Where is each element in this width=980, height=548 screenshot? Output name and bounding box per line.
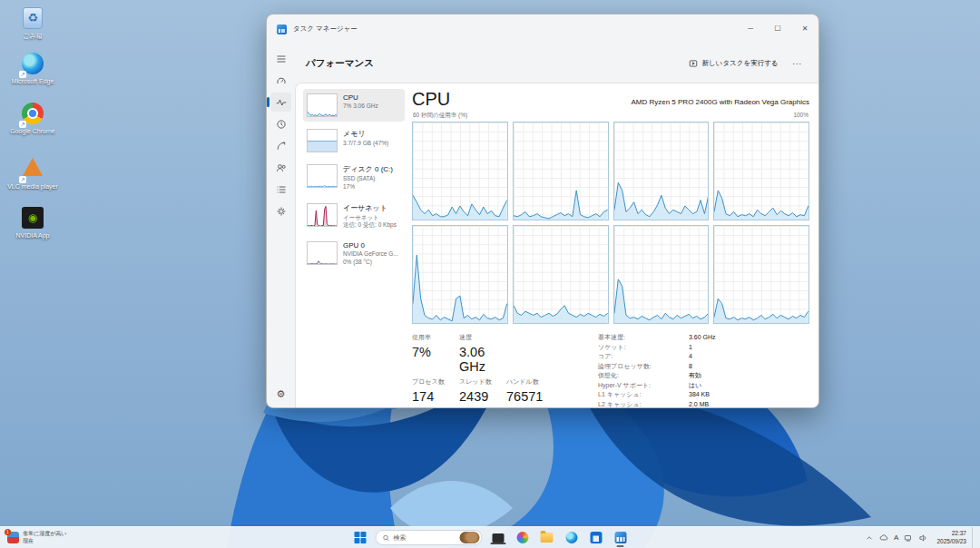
handles-value: 76571 (506, 389, 561, 404)
content-panel: CPU 7% 3.06 GHz メモリ 3.7/7.9 GB (47%) ディス… (295, 83, 818, 407)
nvidia-icon: ◉ (22, 207, 44, 229)
cpu-core-chart-6[interactable] (513, 225, 609, 324)
performance-icon[interactable] (270, 93, 291, 112)
recycle-bin-icon: ♻ (23, 7, 43, 29)
sidebar-item-title: ディスク 0 (C:) (343, 164, 393, 174)
sidebar-item-cpu[interactable]: CPU 7% 3.06 GHz (303, 89, 405, 122)
cpu-core-chart-2[interactable] (513, 122, 609, 220)
start-button[interactable] (351, 529, 369, 547)
speed-value: 3.06 GHz (459, 345, 506, 374)
cpu-core-chart-4[interactable] (713, 122, 809, 220)
ime-indicator[interactable]: A (894, 533, 898, 542)
tray-chevron-up-icon[interactable] (865, 533, 874, 543)
desktop-icon-label: NVIDIA App (6, 232, 59, 240)
cpu-core-grid (412, 122, 809, 324)
run-new-task-label: 新しいタスクを実行する (702, 59, 779, 68)
search-box[interactable]: 検索 (376, 530, 483, 545)
page-title: パフォーマンス (306, 57, 681, 70)
cpu-mini-chart (307, 93, 338, 117)
network-icon[interactable] (904, 533, 913, 543)
spec-label: 基本速度: (598, 333, 689, 343)
desktop-icon-edge[interactable]: ↗ Microsoft Edge (6, 53, 59, 85)
taskbar-copilot[interactable] (514, 529, 532, 547)
desktop-icon-recycle-bin[interactable]: ♻ ごみ箱 (6, 7, 59, 40)
menu-toggle-button[interactable] (270, 49, 291, 68)
threads-value: 2439 (459, 389, 506, 404)
taskbar-store[interactable] (587, 529, 605, 547)
sidebar-item-disk[interactable]: ディスク 0 (C:) SSD (SATA) 17% (303, 160, 405, 196)
details-icon[interactable] (270, 180, 291, 199)
taskbar-file-explorer[interactable] (538, 529, 556, 547)
window-title: タスク マネージャー (293, 24, 737, 34)
maximize-button[interactable]: ☐ (764, 15, 791, 43)
gpu-mini-chart (307, 241, 338, 265)
app-history-icon[interactable] (270, 114, 291, 133)
spec-value: 4 (689, 352, 692, 362)
minimize-button[interactable]: ─ (737, 15, 764, 43)
run-new-task-button[interactable]: 新しいタスクを実行する (681, 54, 786, 73)
cpu-detail-pane: CPU AMD Ryzen 5 PRO 2400G with Radeon Ve… (412, 83, 809, 407)
taskbar-task-manager[interactable] (612, 529, 630, 547)
shortcut-arrow-icon: ↗ (19, 176, 26, 183)
sidebar-item-line: 17% (343, 183, 393, 191)
sidebar-item-line: 3.7/7.9 GB (47%) (343, 140, 388, 148)
desktop-icon-nvidia[interactable]: ◉ NVIDIA App (6, 207, 59, 240)
processes-value: 174 (412, 389, 459, 404)
spec-value: 1 (689, 343, 692, 353)
spec-label: 仮想化: (598, 371, 689, 381)
cpu-core-chart-8[interactable] (713, 225, 809, 324)
cpu-core-chart-1[interactable] (412, 122, 508, 220)
sidebar-item-line: 7% 3.06 GHz (343, 103, 378, 111)
task-manager-app-icon (277, 24, 287, 34)
desktop: ♻ ごみ箱 ↗ Microsoft Edge ↗ Google Chrome ↗… (0, 0, 980, 548)
sidebar-item-line: 0% (38 °C) (343, 259, 398, 267)
startup-apps-icon[interactable] (270, 136, 291, 155)
page-header: パフォーマンス 新しいタスクを実行する ... (295, 44, 818, 83)
taskbar-edge[interactable] (563, 529, 581, 547)
sidebar-item-memory[interactable]: メモリ 3.7/7.9 GB (47%) (303, 124, 405, 157)
sidebar-item-gpu[interactable]: GPU 0 NVIDIA GeForce G... 0% (38 °C) (303, 237, 405, 271)
bing-daily-image (460, 532, 480, 543)
sidebar-item-title: CPU (343, 93, 378, 102)
more-options-button[interactable]: ... (785, 55, 809, 72)
desktop-icon-vlc[interactable]: ↗ VLC media player (6, 156, 59, 191)
cpu-core-chart-5[interactable] (412, 225, 508, 324)
spec-label: L2 キャッシュ: (598, 400, 689, 409)
taskbar-clock[interactable]: 22:37 2025/09/23 (933, 530, 966, 545)
run-task-icon (689, 59, 698, 68)
close-button[interactable]: ✕ (791, 15, 818, 43)
cpu-stats: 使用率 速度 7% 3.06 GHz プロセス数 スレッド数 ハンドル数 (412, 333, 809, 408)
cpu-core-chart-7[interactable] (613, 225, 710, 324)
cpu-spec-list: 基本速度:3.60 GHz ソケット:1 コア:4 論理プロセッサ数:8 仮想化… (598, 333, 716, 408)
desktop-icon-label: VLC media player (6, 183, 59, 191)
services-icon[interactable] (270, 201, 291, 220)
settings-gear-icon[interactable]: ⚙ (277, 388, 286, 400)
cpu-core-chart-3[interactable] (613, 122, 710, 220)
title-bar[interactable]: タスク マネージャー ─ ☐ ✕ (267, 15, 818, 44)
weather-widget[interactable]: 1 非常に湿度が高い 現在 (0, 527, 74, 548)
processes-icon[interactable] (270, 71, 291, 90)
usage-value: 7% (412, 345, 459, 374)
sidebar-item-title: イーサネット (343, 203, 397, 213)
navigation-rail: ⚙ (267, 44, 295, 407)
spec-label: ソケット: (598, 343, 689, 353)
file-explorer-icon (541, 533, 554, 543)
volume-icon[interactable] (918, 533, 927, 543)
show-desktop-button[interactable] (972, 527, 975, 548)
taskbar-app-dark[interactable] (489, 529, 507, 547)
search-placeholder: 検索 (394, 533, 456, 543)
spec-value: 384 KB (689, 390, 710, 400)
weather-text-line2: 現在 (23, 538, 66, 545)
weather-text-line1: 非常に湿度が高い (23, 531, 66, 538)
notification-badge: 1 (5, 529, 11, 535)
microsoft-store-icon (590, 532, 602, 543)
cpu-model-name: AMD Ryzen 5 PRO 2400G with Radeon Vega G… (631, 98, 809, 108)
clock-date: 2025/09/23 (936, 538, 966, 545)
desktop-icon-chrome[interactable]: ↗ Google Chrome (6, 103, 59, 135)
onedrive-cloud-icon[interactable] (879, 533, 888, 543)
sidebar-item-ethernet[interactable]: イーサネット イーサネット 送信: 0 受信: 0 Kbps (303, 199, 405, 235)
spec-value: 8 (689, 362, 692, 372)
cpu-pane-title: CPU (412, 90, 631, 108)
vlc-icon (23, 158, 43, 176)
users-icon[interactable] (270, 158, 291, 177)
